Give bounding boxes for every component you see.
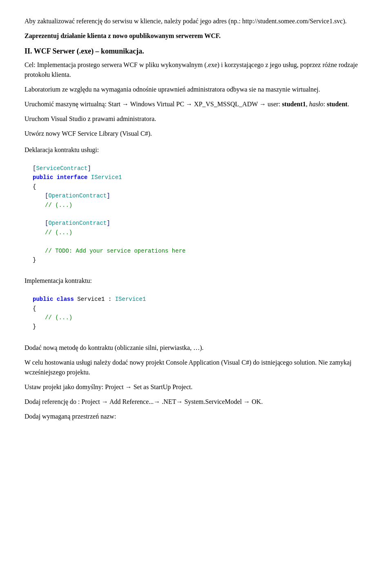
paragraph-11: Dodaj referencję do : Project → Add Refe… [24, 397, 368, 407]
paragraph-4: Laboratorium ze względu na wymagania odn… [24, 85, 368, 94]
label-deklaracja: Deklaracja kontraktu usługi: [24, 145, 368, 155]
code1-comment2: // (...) [45, 229, 72, 236]
code-line-6: [OperationContract] [33, 219, 359, 228]
para5-comma: , [306, 101, 309, 108]
code-line-3: { [33, 182, 359, 191]
paragraph-9: W celu hostowania usługi należy dodać no… [24, 358, 368, 377]
para5-mid1: Windows Virtual PC [129, 101, 186, 108]
code1-opcontract1: OperationContract [48, 193, 107, 199]
paragraph-3-text: Cel: Implementacja prostego serwera WCF … [24, 61, 358, 78]
paragraph-5: Uruchomić maszynę wirtualną: Start → Win… [24, 99, 368, 109]
code2-line-3: // (...) [33, 313, 359, 322]
para11-end: System.ServiceModel [183, 398, 243, 405]
code-line-7b [33, 237, 359, 246]
label-implementacja: Implementacja kontraktu: [24, 276, 368, 286]
para11-dot: . [261, 398, 263, 405]
paragraph-10: Ustaw projekt jako domyślny: Project → S… [24, 382, 368, 392]
paragraph-6: Uruchom Visual Studio z prawami administ… [24, 114, 368, 124]
para5-mid2: XP_VS_MSSQL_ADW [192, 101, 259, 108]
para5-dot: . [347, 101, 349, 108]
section-header: II. WCF Serwer (.exe) – komunikacja. [24, 46, 368, 57]
code-line-4: [OperationContract] [33, 191, 359, 200]
code2-service1-name: Service1 [77, 296, 108, 302]
code2-colon: : [108, 296, 115, 302]
code2-iservice1: IService1 [115, 296, 146, 302]
para5-colon: : [323, 101, 327, 108]
code-line-7: // (...) [33, 228, 359, 237]
code2-line-4: } [33, 322, 359, 331]
arrow-icon-5: → [102, 398, 108, 405]
arrow-icon-2: → [186, 101, 192, 108]
code-block-2: public class Service1 : IService1 { // (… [24, 290, 368, 336]
paragraph-2-text: Zaprezentuj działanie klienta z nowo opu… [24, 32, 220, 39]
code2-line-1: public class Service1 : IService1 [33, 295, 359, 304]
para10-dot: . [191, 383, 193, 390]
code1-todo: // TODO: Add your service operations her… [45, 248, 185, 254]
para11-mid1: Add Reference [108, 398, 149, 405]
code1-kw-interface: interface [57, 174, 88, 181]
para10-mid: Set as StartUp Project [132, 383, 191, 390]
code-block-1: [ServiceContract] public interface IServ… [24, 159, 368, 269]
arrow-icon-6: → [154, 398, 160, 405]
para11-mid2: .NET [160, 398, 176, 405]
code1-kw-public: public [33, 174, 53, 181]
para5-prefix: Uruchomić maszynę wirtualną: Start [24, 101, 122, 108]
paragraph-12: Dodaj wymaganą przestrzeń nazw: [24, 412, 368, 421]
arrow-icon-4: → [125, 383, 132, 390]
para11-prefix: Dodaj referencję do : Project [24, 398, 102, 405]
code2-comment: // (...) [45, 314, 72, 321]
para10-prefix: Ustaw projekt jako domyślny: Project [24, 383, 125, 390]
para5-suffix-pre: user: [266, 101, 282, 108]
paragraph-2: Zaprezentuj działanie klienta z nowo opu… [24, 31, 368, 41]
paragraph-3: Cel: Implementacja prostego serwera WCF … [24, 60, 368, 80]
para11-dots: ... [149, 398, 154, 405]
para5-user: student1 [282, 101, 306, 108]
code-line-2: public interface IService1 [33, 173, 359, 182]
code2-kw-class: class [57, 296, 74, 302]
code-line-9: } [33, 255, 359, 264]
para5-pass: student [327, 101, 347, 108]
arrow-icon-7: → [176, 398, 183, 405]
code2-kw-public: public [33, 296, 53, 302]
paragraph-1: Aby zaktualizować referencję do serwisu … [24, 16, 368, 26]
paragraph-8: Dodać nową metodę do kontraktu (obliczan… [24, 343, 368, 353]
code-line-1: [ServiceContract] [33, 164, 359, 173]
code1-comment1: // (...) [45, 202, 72, 208]
code1-iservice1: IService1 [91, 174, 122, 181]
code-line-8: // TODO: Add your service operations her… [33, 246, 359, 255]
arrow-icon-1: → [122, 101, 129, 108]
code-line-5b [33, 210, 359, 219]
code1-opcontract2: OperationContract [48, 220, 107, 226]
code-line-5: // (...) [33, 201, 359, 210]
para5-haslo-label: hasło [309, 101, 323, 108]
para11-ok: → OK [243, 398, 261, 405]
arrow-icon-3: → [259, 101, 266, 108]
code2-line-2: { [33, 304, 359, 313]
paragraph-7: Utwórz nowy WCF Service Library (Visual … [24, 129, 368, 139]
page-content: Aby zaktualizować referencję do serwisu … [24, 16, 368, 421]
